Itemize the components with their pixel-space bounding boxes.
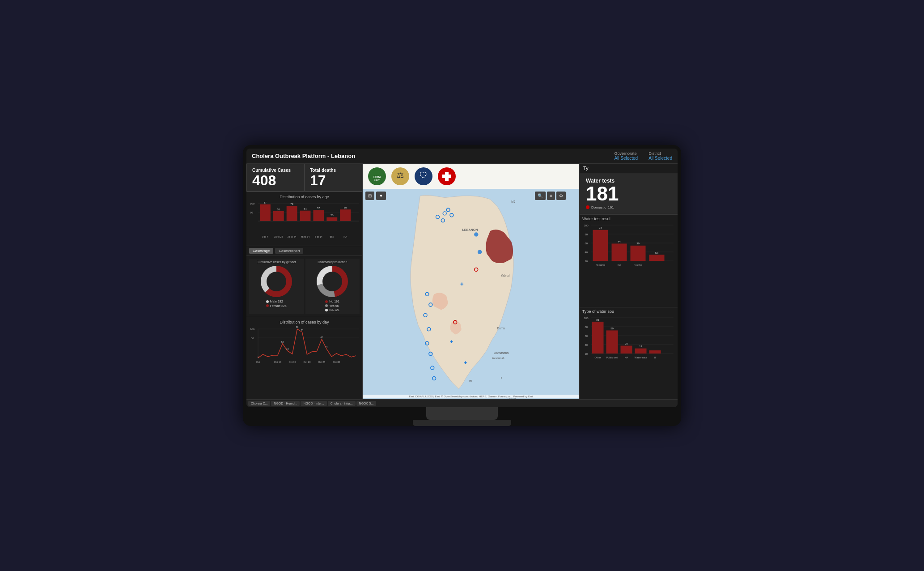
svg-text:Oct 15: Oct 15 [289,361,296,363]
svg-text:47: 47 [321,337,323,339]
map-toolbar: ⊞ ▼ [365,192,386,200]
svg-text:60: 60 [344,206,347,209]
male-legend: Male 182 [270,299,283,304]
age-chart-title: Distribution of cases by age [250,195,359,199]
svg-text:65+: 65+ [330,235,334,238]
gov-logo: ⚖ [391,167,409,185]
lebanon-map-svg: ✚ ✚ ✚ Yabrud Duma Damascus Jaramanah LEB… [363,189,579,400]
svg-rect-4 [260,204,271,221]
svg-text:Oct 20: Oct 20 [303,361,310,363]
svg-text:NA: NA [625,356,628,359]
dashboard-body: Cumulative Cases 408 Total deaths 17 Dis… [246,164,678,400]
middle-panel: DRM UNIT ⚖ 🛡 [363,164,579,400]
svg-text:Oct 10: Oct 10 [274,361,281,363]
map-dropdown-button[interactable]: ▼ [376,192,386,200]
deaths-value: 17 [310,173,356,187]
svg-text:DRM: DRM [373,175,381,179]
water-tests-value: 181 [586,184,671,204]
hosp-donut [316,265,348,298]
gender-donut [260,265,292,298]
svg-text:40: 40 [585,344,588,346]
svg-text:80: 80 [585,233,588,236]
donut-row: Cumulative cases by gender Male 182 [246,256,362,317]
map-container[interactable]: ⊞ ▼ 🔍 ≡ ⚙ [363,189,579,400]
na-hosp-legend: NA 121 [329,308,339,312]
police-logo: 🛡 [415,167,432,185]
app-title: Cholera Outbreak Platform - Lebanon [252,153,355,159]
svg-text:80: 80 [585,326,588,328]
bottom-tabs-bar: Cholera C... NGOD - Herod... NGOD - inte… [246,399,678,407]
governorate-filter[interactable]: Governorate All Selected [614,151,638,161]
logo-bar: DRM UNIT ⚖ 🛡 [363,164,579,189]
left-panel: Cumulative Cases 408 Total deaths 17 Dis… [246,164,363,400]
svg-text:90: 90 [469,379,472,382]
svg-text:UNIT: UNIT [374,179,380,182]
svg-rect-134 [649,350,661,354]
bottom-tab-5[interactable]: NGOC 5... [356,401,377,406]
svg-text:✚: ✚ [460,281,464,286]
svg-text:Yabrud: Yabrud [501,274,510,277]
yes-legend: Yes 96 [329,304,339,308]
hosp-title: Cases/hospitalization [318,260,347,264]
svg-text:Positive: Positive [634,264,642,266]
svg-rect-122 [592,321,604,353]
svg-text:79: 79 [290,203,293,205]
bottom-tab-1[interactable]: Cholera C... [248,401,270,406]
svg-rect-7 [273,211,284,221]
water-tests-card: Water tests 181 Domestic 101 [580,173,678,214]
bottom-tab-2[interactable]: NGOD - Herod... [271,401,300,406]
cumulative-value: 408 [252,173,299,187]
day-chart-panel: Distribution of cases by day 100 50 1 [246,317,362,399]
svg-text:LEBANON: LEBANON [462,228,478,231]
svg-text:54: 54 [304,208,307,210]
bottom-tab-3[interactable]: NGOD - inter... [301,401,326,406]
tab-bar: Cases/age Cases/cohort [246,246,362,256]
svg-text:89: 89 [296,326,299,328]
svg-rect-125 [606,330,618,354]
map-settings-button[interactable]: ⚙ [556,192,566,200]
svg-text:45 to 64: 45 to 64 [301,235,310,238]
domestic-sub: Domestic 101 [586,205,671,209]
map-list-button[interactable]: ≡ [547,192,555,200]
domestic-value: 101 [608,205,614,209]
water-source-title: Type of water sou [582,309,675,314]
governorate-value: All Selected [614,156,638,161]
water-source-section: Type of water sou 100 80 60 40 20 [580,307,678,400]
svg-text:Oct 25: Oct 25 [318,361,325,363]
svg-text:20: 20 [625,342,628,345]
age-bar-chart: 100 50 87 0 to 4 51 15 to 24 [250,201,359,241]
hosp-legend: No 191 Yes 96 NA 121 [325,299,339,312]
svg-text:20: 20 [585,353,588,355]
district-filter[interactable]: District All Selected [648,151,672,161]
svg-text:1: 1 [258,356,259,358]
svg-text:NA: NA [343,235,347,238]
svg-text:15 to 24: 15 to 24 [274,235,283,238]
svg-rect-10 [287,206,297,221]
svg-point-28 [267,272,286,291]
bottom-tab-4[interactable]: Cholera - inter... [328,401,356,406]
svg-rect-104 [612,243,627,261]
governorate-label: Governorate [614,151,638,156]
svg-point-32 [322,272,342,291]
svg-rect-131 [635,348,647,353]
district-value: All Selected [648,156,672,161]
svg-text:50: 50 [251,337,254,340]
svg-text:87: 87 [264,201,267,204]
svg-text:50: 50 [250,211,253,214]
tab-cases-age[interactable]: Cases/age [249,248,273,254]
tab-cases-cohort[interactable]: Cases/cohort [275,248,303,254]
svg-rect-16 [313,210,324,221]
svg-text:100: 100 [250,328,255,331]
day-line-chart: 100 50 1 52 18 89 73 [250,326,359,371]
map-zoom-button[interactable]: ⊞ [365,192,374,200]
svg-text:78: 78 [599,226,602,229]
cumulative-cases-card: Cumulative Cases 408 [246,164,304,192]
svg-text:✚: ✚ [450,339,454,344]
total-deaths-card: Total deaths 17 [304,164,362,192]
svg-rect-19 [326,217,337,221]
svg-text:0 to 4: 0 to 4 [262,235,268,238]
map-search-button[interactable]: 🔍 [535,192,546,200]
svg-text:13: 13 [639,345,642,348]
svg-text:18: 18 [286,348,289,350]
svg-text:5 to 14: 5 to 14 [315,235,322,238]
